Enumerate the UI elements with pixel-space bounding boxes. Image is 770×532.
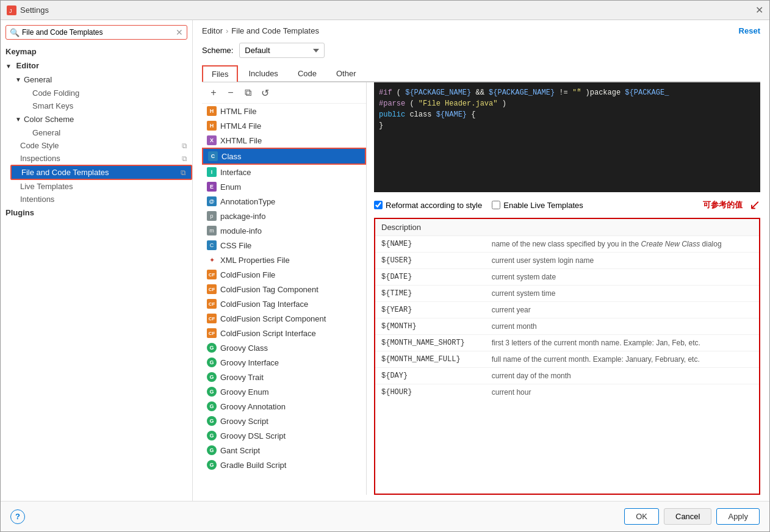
list-item[interactable]: X XHTML File: [202, 133, 366, 148]
tabs: Files Includes Code Other: [202, 65, 760, 82]
copy-icon: ⧉: [182, 154, 187, 163]
table-row: ${MONTH} current month: [375, 318, 759, 335]
description-section: Description ${NAME} name of the new clas…: [374, 218, 760, 495]
sidebar-item-smart-keys[interactable]: Smart Keys: [23, 99, 192, 112]
groovy-icon: G: [207, 431, 217, 440]
var-name: ${MONTH}: [375, 318, 486, 335]
settings-window: J Settings ✕ 🔍 ✕ Keymap ▼ Editor ▼ Gene: [0, 0, 770, 532]
list-item[interactable]: CF ColdFusion Tag Interface: [202, 297, 366, 311]
sidebar-item-inspections[interactable]: Inspections ⧉: [10, 152, 192, 165]
scheme-select[interactable]: Default Project: [239, 43, 325, 58]
groovy-icon: G: [207, 387, 217, 397]
ok-button[interactable]: OK: [624, 508, 659, 525]
list-item[interactable]: E Enum: [202, 179, 366, 194]
tab-includes[interactable]: Includes: [239, 65, 287, 81]
reset-button[interactable]: Reset: [739, 26, 760, 35]
file-list-toolbar: + − ⧉ ↺: [202, 82, 366, 104]
var-desc: current day of the month: [486, 368, 759, 384]
copy-template-button[interactable]: ⧉: [241, 86, 254, 99]
list-item-class[interactable]: C Class: [202, 148, 366, 165]
bottom-bar: ? OK Cancel Apply: [1, 501, 769, 531]
enable-live-templates-label[interactable]: Enable Live Templates: [492, 201, 583, 210]
sidebar-item-file-code-templates[interactable]: File and Code Templates ⧉: [10, 165, 192, 180]
list-item[interactable]: H HTML4 File: [202, 118, 366, 133]
list-item[interactable]: C CSS File: [202, 238, 366, 253]
search-input[interactable]: [22, 28, 176, 37]
sidebar-item-live-templates[interactable]: Live Templates: [10, 180, 192, 193]
options-row: Reformat according to style Enable Live …: [374, 192, 760, 218]
groovy-icon: G: [207, 401, 217, 411]
breadcrumb-editor: Editor: [202, 26, 223, 35]
enum-icon: E: [207, 182, 217, 192]
sidebar-item-code-style[interactable]: Code Style ⧉: [10, 139, 192, 152]
list-item[interactable]: G Gant Script: [202, 443, 366, 458]
var-desc: current system date: [486, 269, 759, 286]
reformat-label: Reformat according to style: [386, 201, 482, 210]
code-line-4: }: [379, 120, 755, 131]
var-desc: current user system login name: [486, 253, 759, 269]
module-icon: m: [207, 226, 217, 235]
help-button[interactable]: ?: [10, 509, 25, 524]
remove-button[interactable]: −: [224, 86, 237, 99]
tab-files[interactable]: Files: [202, 65, 238, 82]
list-item[interactable]: CF ColdFusion File: [202, 267, 366, 282]
list-item[interactable]: G Groovy Enum: [202, 384, 366, 399]
search-box[interactable]: 🔍 ✕: [5, 25, 187, 40]
sidebar-item-intentions[interactable]: Intentions: [10, 193, 192, 206]
sidebar-item-color-scheme-general[interactable]: General: [23, 126, 192, 139]
enable-live-templates-checkbox[interactable]: [492, 201, 500, 209]
list-item[interactable]: G Groovy Annotation: [202, 399, 366, 414]
list-item[interactable]: CF ColdFusion Script Interface: [202, 326, 366, 340]
groovy-icon: G: [207, 445, 217, 455]
list-item[interactable]: CF ColdFusion Script Component: [202, 311, 366, 326]
sidebar-item-code-folding[interactable]: Code Folding: [23, 87, 192, 99]
chevron-down-icon: ▼: [5, 63, 12, 70]
var-name: ${DATE}: [375, 269, 486, 286]
add-button[interactable]: +: [207, 86, 220, 99]
cf-icon: CF: [207, 314, 217, 323]
list-item[interactable]: G Groovy Script: [202, 414, 366, 428]
list-item[interactable]: p package-info: [202, 209, 366, 223]
list-item[interactable]: ✦ XML Properties File: [202, 253, 366, 267]
sidebar-item-editor[interactable]: ▼ Editor: [1, 59, 192, 73]
tab-code[interactable]: Code: [289, 65, 326, 81]
copy-icon: ⧉: [181, 168, 186, 177]
code-line-3: public class ${NAME} {: [379, 109, 755, 120]
editor-subsection: ▼ General Code Folding Smart Keys ▼ Colo…: [1, 73, 192, 206]
table-row: ${USER} current user system login name: [375, 253, 759, 269]
code-editor[interactable]: #if ( ${PACKAGE_NAME} && ${PACKAGE_NAME}…: [374, 82, 760, 192]
description-header: Description: [375, 219, 759, 236]
apply-button[interactable]: Apply: [716, 508, 760, 525]
list-item[interactable]: G Groovy Trait: [202, 370, 366, 384]
list-item[interactable]: CF ColdFusion Tag Component: [202, 282, 366, 297]
cancel-button[interactable]: Cancel: [664, 508, 711, 525]
reformat-checkbox-label[interactable]: Reformat according to style: [374, 201, 482, 210]
list-item[interactable]: m module-info: [202, 223, 366, 238]
sidebar-item-general-group[interactable]: ▼ General: [10, 73, 192, 87]
breadcrumb: Editor › File and Code Templates Reset: [202, 26, 760, 35]
reset-template-button[interactable]: ↺: [258, 86, 272, 99]
var-name: ${TIME}: [375, 286, 486, 302]
general-label: General: [24, 75, 52, 84]
annotation-icon: @: [207, 196, 217, 206]
plugins-label: Plugins: [5, 208, 34, 217]
list-item[interactable]: H HTML File: [202, 104, 366, 118]
reformat-checkbox[interactable]: [374, 201, 383, 209]
tab-other[interactable]: Other: [327, 65, 365, 81]
search-clear-icon[interactable]: ✕: [176, 27, 183, 37]
list-item[interactable]: I Interface: [202, 165, 366, 179]
sidebar-item-plugins[interactable]: Plugins: [1, 206, 192, 220]
enable-live-templates-text: Enable Live Templates: [503, 201, 583, 210]
file-list: H HTML File H HTML4 File X XHTML File: [202, 104, 366, 495]
list-item[interactable]: G Groovy Class: [202, 340, 366, 355]
close-button[interactable]: ✕: [755, 6, 763, 15]
list-item[interactable]: G Groovy Interface: [202, 355, 366, 370]
sidebar-item-keymap[interactable]: Keymap: [1, 45, 192, 59]
list-item[interactable]: @ AnnotationType: [202, 194, 366, 209]
list-item[interactable]: G Groovy DSL Script: [202, 428, 366, 443]
xhtml-icon: X: [207, 135, 217, 145]
sidebar-item-color-scheme-group[interactable]: ▼ Color Scheme: [10, 112, 192, 126]
table-row: ${YEAR} current year: [375, 302, 759, 318]
list-item[interactable]: G Gradle Build Script: [202, 458, 366, 472]
package-icon: p: [207, 211, 217, 221]
